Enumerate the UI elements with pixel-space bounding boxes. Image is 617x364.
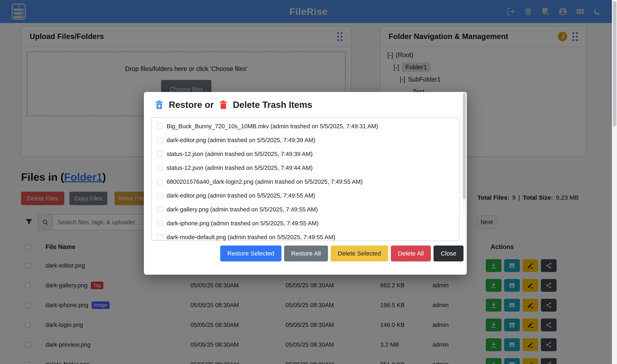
trash-item-checkbox[interactable] (157, 165, 163, 171)
trash-item-label: dark-mode-default.png (admin trashed on … (167, 234, 335, 241)
trash-list-item: dark-iphone.png (admin trashed on 5/5/20… (157, 216, 459, 230)
scrollbar-thumb[interactable] (613, 1, 617, 126)
list-scrollbar[interactable] (463, 93, 466, 215)
trash-item-label: dark-iphone.png (admin trashed on 5/5/20… (167, 220, 319, 227)
trash-item-label: status-12.json (admin trashed on 5/5/202… (167, 151, 313, 157)
close-button[interactable]: Close (433, 246, 464, 261)
trash-item-checkbox[interactable] (157, 179, 163, 185)
trash-item-label: status-12.json (admin trashed on 5/5/202… (167, 165, 313, 171)
trash-list-item: dark-editor.png (admin trashed on 5/5/20… (157, 133, 459, 147)
trash-modal-title: Restore or Delete Trash Items (154, 100, 312, 110)
trash-list-item: dark-mode-default.png (admin trashed on … (157, 230, 459, 241)
delete-selected-button[interactable]: Delete Selected (331, 246, 388, 261)
trash-item-checkbox[interactable] (157, 123, 163, 129)
trash-items-list: Big_Buck_Bunny_720_10s_10MB.mkv (admin t… (151, 117, 459, 241)
trash-list-item: status-12.json (admin trashed on 5/5/202… (157, 147, 459, 161)
trash-list-item: status-12.json (admin trashed on 5/5/202… (157, 161, 459, 175)
trash-item-checkbox[interactable] (157, 193, 163, 199)
trash-item-label: dark-editor.png (admin trashed on 5/5/20… (167, 192, 315, 199)
list-scrollbar-thumb[interactable] (463, 93, 466, 199)
restore-selected-button[interactable]: Restore Selected (220, 246, 282, 261)
trash-item-checkbox[interactable] (157, 234, 163, 240)
delete-trash-icon (218, 100, 228, 110)
trash-item-checkbox[interactable] (157, 137, 163, 143)
restore-trash-icon (154, 100, 164, 110)
trash-item-checkbox[interactable] (157, 151, 163, 157)
delete-all-button[interactable]: Delete All (391, 246, 431, 261)
trash-list-item: dark-editor.png (admin trashed on 5/5/20… (157, 189, 459, 203)
trash-item-label: 6800201576a40_dark-login2.png (admin tra… (167, 178, 363, 185)
trash-list-item: 6800201576a40_dark-login2.png (admin tra… (157, 175, 459, 189)
trash-item-checkbox[interactable] (157, 221, 163, 226)
page-scrollbar[interactable] (612, 0, 617, 364)
trash-list-item: Big_Buck_Bunny_720_10s_10MB.mkv (admin t… (157, 119, 459, 133)
trash-modal: Restore or Delete Trash Items Big_Buck_B… (144, 92, 467, 275)
restore-all-button[interactable]: Restore All (284, 246, 328, 261)
modal-button-row: Restore SelectedRestore AllDelete Select… (220, 246, 464, 261)
trash-list-item: dark-gallery.png (admin trashed on 5/5/2… (157, 203, 459, 216)
trash-item-checkbox[interactable] (157, 207, 163, 212)
trash-item-label: Big_Buck_Bunny_720_10s_10MB.mkv (admin t… (167, 123, 378, 130)
trash-item-label: dark-gallery.png (admin trashed on 5/5/2… (167, 206, 318, 213)
trash-item-label: dark-editor.png (admin trashed on 5/5/20… (167, 137, 315, 143)
